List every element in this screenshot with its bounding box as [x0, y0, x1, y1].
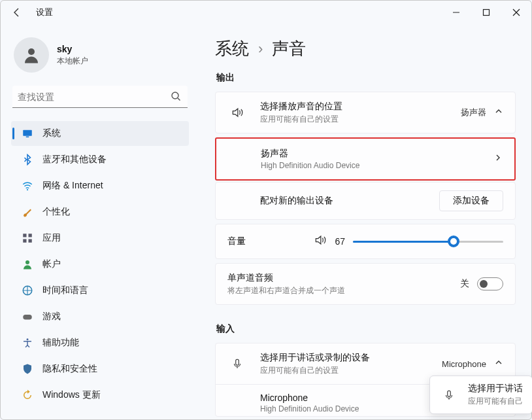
- sidebar-item-apps[interactable]: 应用: [11, 226, 189, 251]
- volume-label: 音量: [227, 236, 261, 247]
- breadcrumb-root[interactable]: 系统: [215, 37, 249, 60]
- input-device-popup[interactable]: 选择用于讲话 应用可能有自己: [429, 376, 532, 414]
- minimize-icon: [452, 9, 460, 16]
- titlebar: 设置: [1, 1, 531, 24]
- svg-rect-11: [29, 234, 32, 237]
- svg-rect-13: [29, 239, 32, 243]
- mono-card: 单声道音频 将左声道和右声道合并成一个声道 关: [215, 263, 516, 305]
- microphone-icon: [227, 358, 247, 370]
- close-button[interactable]: [501, 2, 531, 23]
- sidebar-item-person[interactable]: 帐户: [11, 252, 189, 277]
- svg-rect-7: [23, 130, 32, 136]
- maximize-button[interactable]: [471, 2, 501, 23]
- bluetooth-icon: [22, 154, 33, 166]
- globe-clock-icon: [22, 285, 33, 296]
- input-choose-value: Microphone: [442, 359, 486, 369]
- input-choose-subtitle: 应用可能有自己的设置: [260, 365, 442, 376]
- output-choose-card: 选择播放声音的位置 应用可能有自己的设置 扬声器: [215, 92, 516, 133]
- speaker-icon: [227, 106, 247, 119]
- sidebar-item-label: 帐户: [42, 258, 61, 270]
- person-icon: [22, 45, 41, 65]
- output-device-row[interactable]: 扬声器 High Definition Audio Device: [215, 137, 516, 181]
- popup-title: 选择用于讲话: [468, 383, 523, 394]
- output-choose-subtitle: 应用可能有自己的设置: [260, 114, 461, 125]
- brush-icon: [22, 206, 33, 218]
- sidebar-item-label: 个性化: [42, 206, 70, 218]
- sidebar-item-update[interactable]: Windows 更新: [11, 383, 189, 408]
- mono-subtitle: 将左声道和右声道合并成一个声道: [227, 285, 460, 296]
- mono-toggle[interactable]: [477, 277, 503, 290]
- sidebar-item-label: 辅助功能: [42, 337, 79, 349]
- sidebar-item-label: 应用: [42, 232, 61, 244]
- sidebar-item-accessibility[interactable]: 辅助功能: [11, 330, 189, 355]
- shield-icon: [22, 363, 33, 375]
- add-device-button[interactable]: 添加设备: [439, 190, 503, 211]
- popup-subtitle: 应用可能有自己: [468, 396, 523, 407]
- output-choose-value: 扬声器: [461, 107, 486, 118]
- minimize-button[interactable]: [441, 2, 471, 23]
- user-subtitle: 本地帐户: [57, 56, 88, 67]
- back-button[interactable]: [7, 3, 27, 22]
- accessibility-icon: [22, 337, 33, 349]
- breadcrumb-leaf: 声音: [272, 37, 306, 60]
- svg-line-6: [178, 98, 180, 101]
- avatar: [14, 37, 49, 73]
- svg-point-9: [27, 189, 28, 190]
- mono-title: 单声道音频: [227, 272, 460, 284]
- chevron-up-icon: [494, 358, 503, 370]
- sidebar-item-brush[interactable]: 个性化: [11, 200, 189, 224]
- wifi-icon: [22, 180, 33, 192]
- sidebar-item-gamepad[interactable]: 游戏: [11, 304, 189, 329]
- svg-rect-12: [23, 239, 26, 243]
- output-pair-title: 配对新的输出设备: [260, 195, 439, 207]
- breadcrumb: 系统 › 声音: [215, 37, 516, 60]
- sidebar: sky 本地帐户 系统蓝牙和其他设备网络 & Internet个性化应用帐户时间…: [1, 24, 197, 419]
- close-icon: [512, 9, 520, 16]
- monitor-icon: [22, 128, 33, 139]
- output-device-subtitle: High Definition Audio Device: [261, 161, 493, 170]
- sidebar-item-wifi[interactable]: 网络 & Internet: [11, 173, 189, 198]
- mono-state-label: 关: [460, 278, 469, 290]
- svg-rect-16: [23, 315, 32, 320]
- arrow-left-icon: [12, 7, 22, 18]
- section-input-label: 输入: [216, 323, 516, 335]
- sidebar-item-label: 游戏: [42, 311, 61, 323]
- user-profile[interactable]: sky 本地帐户: [7, 33, 193, 84]
- volume-icon[interactable]: [314, 234, 327, 249]
- search-input[interactable]: [12, 86, 188, 108]
- volume-slider[interactable]: [353, 235, 503, 248]
- volume-card: 音量 67: [215, 224, 516, 259]
- output-choose-row[interactable]: 选择播放声音的位置 应用可能有自己的设置 扬声器: [216, 92, 515, 133]
- person-icon: [22, 258, 33, 270]
- main-panel: 系统 › 声音 输出 选择播放声音的位置 应用可能有自己的设置 扬声器: [197, 24, 531, 419]
- sidebar-item-label: 隐私和安全性: [42, 363, 97, 375]
- svg-point-4: [28, 48, 35, 55]
- sidebar-item-label: Windows 更新: [42, 389, 101, 401]
- section-output-label: 输出: [216, 72, 516, 84]
- svg-point-14: [25, 260, 29, 264]
- user-name: sky: [57, 44, 88, 54]
- volume-value: 67: [335, 236, 345, 247]
- svg-point-17: [27, 338, 29, 340]
- apps-icon: [22, 232, 33, 244]
- sidebar-item-monitor[interactable]: 系统: [11, 121, 189, 146]
- app-title: 设置: [36, 7, 53, 18]
- chevron-right-icon: [493, 153, 503, 165]
- output-pair-row: 配对新的输出设备 添加设备: [215, 182, 516, 220]
- output-device-title: 扬声器: [261, 148, 493, 160]
- svg-rect-10: [23, 234, 26, 237]
- search-icon: [171, 91, 181, 104]
- sidebar-item-label: 时间和语言: [42, 285, 88, 296]
- maximize-icon: [482, 9, 490, 16]
- svg-rect-19: [448, 391, 451, 396]
- sidebar-item-shield[interactable]: 隐私和安全性: [11, 357, 189, 381]
- sidebar-item-label: 网络 & Internet: [42, 180, 103, 192]
- sidebar-item-bluetooth[interactable]: 蓝牙和其他设备: [11, 147, 189, 172]
- update-icon: [22, 389, 33, 401]
- sidebar-item-globe-clock[interactable]: 时间和语言: [11, 278, 189, 303]
- svg-rect-18: [236, 359, 239, 365]
- input-choose-title: 选择用于讲话或录制的设备: [260, 352, 442, 364]
- svg-rect-8: [26, 137, 29, 138]
- gamepad-icon: [22, 311, 33, 323]
- nav-list: 系统蓝牙和其他设备网络 & Internet个性化应用帐户时间和语言游戏辅助功能…: [7, 120, 193, 419]
